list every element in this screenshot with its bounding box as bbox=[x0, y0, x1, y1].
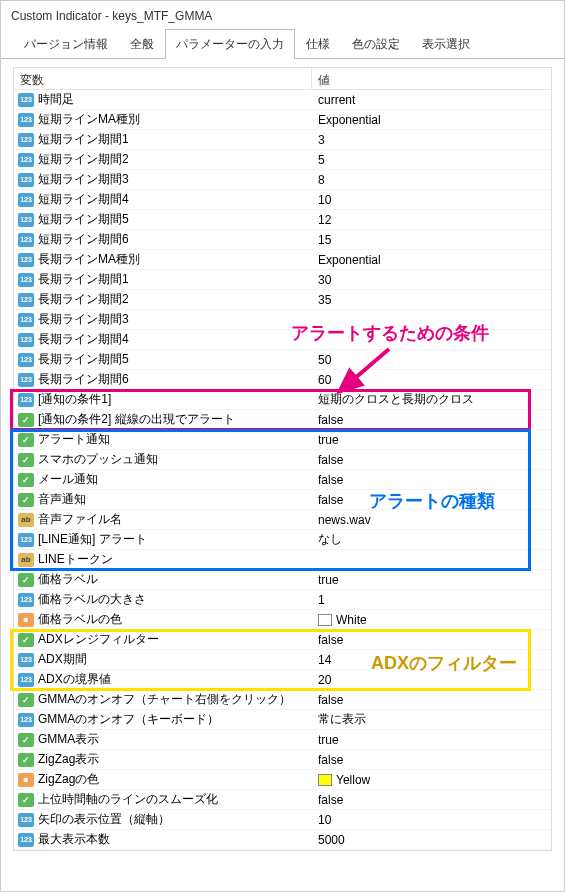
param-value[interactable]: 20 bbox=[312, 673, 551, 687]
param-row[interactable]: 長期ライン期間4 bbox=[14, 330, 551, 350]
param-value[interactable]: news.wav bbox=[312, 513, 551, 527]
param-row[interactable]: ZigZag表示false bbox=[14, 750, 551, 770]
tab-3[interactable]: 仕様 bbox=[295, 29, 341, 59]
param-row[interactable]: ZigZagの色Yellow bbox=[14, 770, 551, 790]
param-value[interactable]: 5 bbox=[312, 153, 551, 167]
int-type-icon bbox=[18, 373, 34, 387]
param-value[interactable]: Exponential bbox=[312, 253, 551, 267]
param-row[interactable]: 音声通知false bbox=[14, 490, 551, 510]
param-value-text: 30 bbox=[318, 273, 331, 287]
param-row[interactable]: 長期ライン期間550 bbox=[14, 350, 551, 370]
param-row[interactable]: [通知の条件2] 縦線の出現でアラートfalse bbox=[14, 410, 551, 430]
param-value[interactable]: true bbox=[312, 433, 551, 447]
param-value[interactable]: 常に表示 bbox=[312, 711, 551, 728]
param-value[interactable]: Yellow bbox=[312, 773, 551, 787]
param-value[interactable]: false bbox=[312, 413, 551, 427]
param-value-text: Yellow bbox=[336, 773, 370, 787]
param-row[interactable]: 長期ライン期間660 bbox=[14, 370, 551, 390]
param-row[interactable]: 長期ライン期間130 bbox=[14, 270, 551, 290]
param-value[interactable]: 1 bbox=[312, 593, 551, 607]
param-value[interactable]: 短期のクロスと長期のクロス bbox=[312, 391, 551, 408]
param-row[interactable]: 矢印の表示位置（縦軸）10 bbox=[14, 810, 551, 830]
param-row[interactable]: 短期ライン期間615 bbox=[14, 230, 551, 250]
param-row[interactable]: 上位時間軸のラインのスムーズ化false bbox=[14, 790, 551, 810]
param-row[interactable]: 時間足current bbox=[14, 90, 551, 110]
param-value[interactable]: false bbox=[312, 693, 551, 707]
param-row[interactable]: 短期ライン期間13 bbox=[14, 130, 551, 150]
int-type-icon bbox=[18, 533, 34, 547]
param-value-text: false bbox=[318, 793, 343, 807]
param-value[interactable]: false bbox=[312, 493, 551, 507]
param-row[interactable]: 長期ライン期間235 bbox=[14, 290, 551, 310]
param-value[interactable]: 12 bbox=[312, 213, 551, 227]
param-value[interactable]: false bbox=[312, 453, 551, 467]
int-type-icon bbox=[18, 113, 34, 127]
param-value[interactable]: 10 bbox=[312, 813, 551, 827]
tab-4[interactable]: 色の設定 bbox=[341, 29, 411, 59]
param-value[interactable]: Exponential bbox=[312, 113, 551, 127]
param-row[interactable]: GMMAのオンオフ（キーボード）常に表示 bbox=[14, 710, 551, 730]
param-value[interactable]: 8 bbox=[312, 173, 551, 187]
param-row[interactable]: ADX期間14 bbox=[14, 650, 551, 670]
param-row[interactable]: GMMAのオンオフ（チャート右側をクリック）false bbox=[14, 690, 551, 710]
param-row[interactable]: アラート通知true bbox=[14, 430, 551, 450]
param-row[interactable]: 短期ライン期間25 bbox=[14, 150, 551, 170]
param-row[interactable]: 音声ファイル名news.wav bbox=[14, 510, 551, 530]
bool-type-icon bbox=[18, 633, 34, 647]
param-row[interactable]: 短期ライン期間512 bbox=[14, 210, 551, 230]
param-value[interactable]: 15 bbox=[312, 233, 551, 247]
param-row[interactable]: 短期ライン期間410 bbox=[14, 190, 551, 210]
param-name: 短期ライン期間4 bbox=[38, 191, 129, 208]
param-name: 長期ラインMA種別 bbox=[38, 251, 140, 268]
param-row[interactable]: [通知の条件1]短期のクロスと長期のクロス bbox=[14, 390, 551, 410]
param-row[interactable]: GMMA表示true bbox=[14, 730, 551, 750]
param-value[interactable]: false bbox=[312, 793, 551, 807]
bool-type-icon bbox=[18, 693, 34, 707]
tab-1[interactable]: 全般 bbox=[119, 29, 165, 59]
param-row[interactable]: 価格ラベルの大きさ1 bbox=[14, 590, 551, 610]
param-value[interactable]: current bbox=[312, 93, 551, 107]
param-value[interactable]: false bbox=[312, 473, 551, 487]
param-row[interactable]: 短期ライン期間38 bbox=[14, 170, 551, 190]
param-row[interactable]: ADXの境界値20 bbox=[14, 670, 551, 690]
param-value[interactable]: false bbox=[312, 753, 551, 767]
param-value-text: false bbox=[318, 753, 343, 767]
tab-0[interactable]: バージョン情報 bbox=[13, 29, 119, 59]
param-value[interactable]: 10 bbox=[312, 193, 551, 207]
bool-type-icon bbox=[18, 433, 34, 447]
param-value-text: 8 bbox=[318, 173, 325, 187]
param-row[interactable]: 長期ライン期間3 bbox=[14, 310, 551, 330]
param-name: ADXレンジフィルター bbox=[38, 631, 159, 648]
param-row[interactable]: 短期ラインMA種別Exponential bbox=[14, 110, 551, 130]
param-value[interactable]: 35 bbox=[312, 293, 551, 307]
param-value[interactable]: 3 bbox=[312, 133, 551, 147]
param-value[interactable]: true bbox=[312, 573, 551, 587]
grid-header: 変数 値 bbox=[14, 68, 551, 90]
param-row[interactable]: スマホのプッシュ通知false bbox=[14, 450, 551, 470]
param-value[interactable]: 50 bbox=[312, 353, 551, 367]
param-value[interactable]: なし bbox=[312, 531, 551, 548]
param-row[interactable]: [LINE通知] アラートなし bbox=[14, 530, 551, 550]
param-value-text: false bbox=[318, 633, 343, 647]
int-type-icon bbox=[18, 233, 34, 247]
param-value[interactable]: 14 bbox=[312, 653, 551, 667]
param-row[interactable]: 最大表示本数5000 bbox=[14, 830, 551, 850]
param-value[interactable]: false bbox=[312, 633, 551, 647]
param-name: GMMAのオンオフ（チャート右側をクリック） bbox=[38, 691, 291, 708]
param-row[interactable]: 価格ラベルの色White bbox=[14, 610, 551, 630]
param-value-text: false bbox=[318, 473, 343, 487]
param-value[interactable]: 5000 bbox=[312, 833, 551, 847]
param-row[interactable]: メール通知false bbox=[14, 470, 551, 490]
param-row[interactable]: ADXレンジフィルターfalse bbox=[14, 630, 551, 650]
param-row[interactable]: 価格ラベルtrue bbox=[14, 570, 551, 590]
param-value[interactable]: 60 bbox=[312, 373, 551, 387]
param-value[interactable]: true bbox=[312, 733, 551, 747]
param-value[interactable]: 30 bbox=[312, 273, 551, 287]
tab-5[interactable]: 表示選択 bbox=[411, 29, 481, 59]
param-row[interactable]: LINEトークン bbox=[14, 550, 551, 570]
tab-2[interactable]: パラメーターの入力 bbox=[165, 29, 295, 59]
param-value-text: current bbox=[318, 93, 355, 107]
param-name: 短期ライン期間3 bbox=[38, 171, 129, 188]
param-value[interactable]: White bbox=[312, 613, 551, 627]
param-row[interactable]: 長期ラインMA種別Exponential bbox=[14, 250, 551, 270]
